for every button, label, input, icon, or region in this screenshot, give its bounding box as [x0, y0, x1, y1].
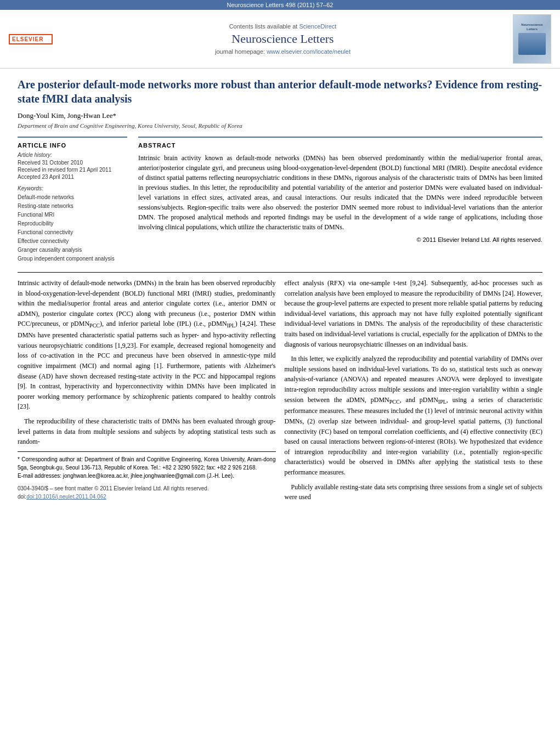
journal-title: Neuroscience Letters: [58, 32, 507, 46]
elsevier-logo: ELSEVIER: [9, 34, 53, 44]
footnote-2: E-mail addresses: jonghwan.lee@korea.ac.…: [18, 472, 276, 480]
authors: Dong-Youl Kim, Jong-Hwan Lee*: [18, 111, 542, 120]
doi-link[interactable]: doi:10.1016/j.neulet.2011.04.062: [26, 494, 106, 500]
abstract-text: Intrinsic brain activity known as defaul…: [138, 153, 542, 232]
keyword-4: Reproducibility: [18, 219, 127, 228]
journal-meta-1: 0304-3940/$ – see front matter © 2011 El…: [18, 484, 276, 493]
keywords-label: Keywords:: [18, 185, 127, 191]
article-info-heading: ARTICLE INFO: [18, 142, 127, 149]
abstract-heading: ABSTRACT: [138, 142, 542, 149]
elsevier-logo-text: ELSEVIER: [9, 34, 53, 44]
body-left-column: Intrinsic activity of default-mode netwo…: [18, 278, 276, 507]
footnote-1: * Corresponding author at: Department of…: [18, 455, 276, 472]
journal-citation: Neuroscience Letters 498 (2011) 57–62: [227, 2, 333, 8]
keyword-8: Group independent component analysis: [18, 254, 127, 263]
keyword-5: Functional connectivity: [18, 228, 127, 237]
keywords-section: Keywords: Default-mode networks Resting-…: [18, 185, 127, 263]
keyword-2: Resting-state networks: [18, 202, 127, 211]
article-info-abstract: ARTICLE INFO Article history: Received 3…: [18, 137, 542, 263]
body-right-column: effect analysis (RFX) via one-sample t-t…: [285, 278, 543, 507]
keyword-1: Default-mode networks: [18, 193, 127, 202]
body-para-5: Publicly available resting-state data se…: [285, 482, 543, 502]
journal-homepage: journal homepage: www.elsevier.com/locat…: [58, 48, 507, 55]
body-para-3: effect analysis (RFX) via one-sample t-t…: [285, 278, 543, 349]
keyword-7: Granger causality analysis: [18, 246, 127, 254]
journal-meta: 0304-3940/$ – see front matter © 2011 El…: [18, 484, 276, 501]
received-date-2: Received in revised form 21 April 2011: [18, 167, 127, 173]
keyword-6: Effective connectivity: [18, 237, 127, 246]
keyword-3: Functional MRI: [18, 211, 127, 219]
copyright: © 2011 Elsevier Ireland Ltd. All rights …: [138, 236, 542, 243]
body-para-4: In this letter, we explicitly analyzed t…: [285, 354, 543, 477]
accepted-date: Accepted 23 April 2011: [18, 174, 127, 180]
body-para-2: The reproducibility of these characteris…: [18, 416, 276, 447]
article-info-panel: ARTICLE INFO Article history: Received 3…: [18, 137, 127, 263]
body-para-1: Intrinsic activity of default-mode netwo…: [18, 278, 276, 412]
footnote-section: * Corresponding author at: Department of…: [18, 451, 276, 480]
received-date-1: Received 31 October 2010: [18, 160, 127, 166]
journal-header: ELSEVIER Contents lists available at Sci…: [0, 10, 560, 69]
sciencedirect-link[interactable]: ScienceDirect: [299, 23, 336, 30]
contents-available-label: Contents lists available at ScienceDirec…: [58, 23, 507, 30]
journal-meta-2: doi:doi:10.1016/j.neulet.2011.04.062: [18, 493, 276, 501]
journal-thumbnail: Neuroscience Letters: [513, 14, 551, 64]
journal-info: Contents lists available at ScienceDirec…: [58, 23, 507, 55]
abstract-panel: ABSTRACT Intrinsic brain activity known …: [138, 137, 542, 263]
article-title: Are posterior default-mode networks more…: [18, 77, 542, 106]
journal-homepage-link[interactable]: www.elsevier.com/locate/neulet: [267, 48, 350, 55]
section-divider: [18, 272, 542, 273]
affiliation: Department of Brain and Cognitive Engine…: [18, 122, 542, 129]
main-content: Are posterior default-mode networks more…: [0, 69, 560, 516]
body-columns: Intrinsic activity of default-mode netwo…: [18, 278, 542, 507]
history-label: Article history:: [18, 152, 127, 158]
journal-citation-bar: Neuroscience Letters 498 (2011) 57–62: [0, 0, 560, 10]
